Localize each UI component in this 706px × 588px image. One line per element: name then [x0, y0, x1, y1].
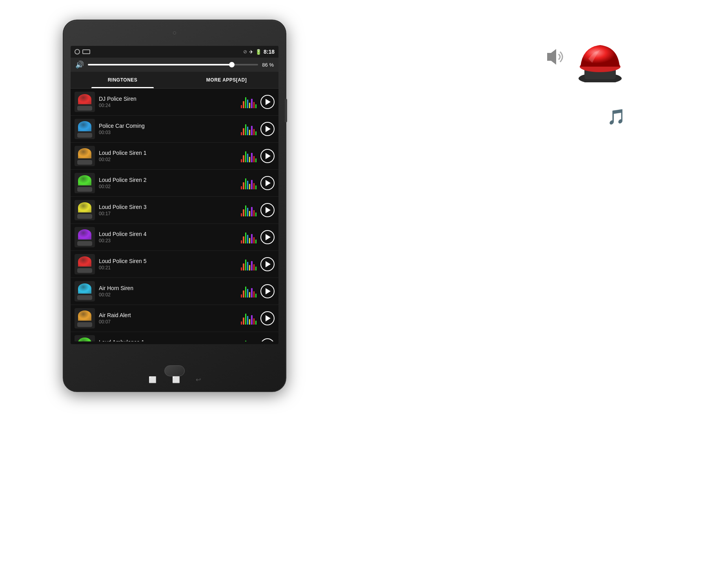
wave-bar [241, 240, 242, 243]
siren-stand [77, 295, 92, 300]
song-item[interactable]: Loud Police Siren 3 00:17 [71, 197, 278, 224]
play-button[interactable] [260, 95, 275, 109]
song-duration: 00:21 [99, 265, 237, 270]
wave-bar [249, 184, 250, 189]
wave-bar [245, 232, 246, 243]
song-name: Loud Police Siren 1 [99, 150, 237, 156]
siren-stand [77, 133, 92, 138]
play-button[interactable] [260, 284, 275, 298]
wave-bar [245, 97, 246, 108]
wave-bar [251, 180, 252, 189]
song-duration: 00:17 [99, 211, 237, 216]
song-item[interactable]: Loud Ambulance 1 00:05 [71, 332, 278, 341]
song-item[interactable]: Loud Police Siren 5 00:21 [71, 251, 278, 278]
play-button[interactable] [260, 311, 275, 325]
app-icon [82, 49, 90, 54]
song-duration: 00:07 [99, 319, 237, 325]
siren-thumb [75, 227, 95, 247]
volume-percentage: 86 % [262, 62, 274, 68]
wave-bar [245, 314, 246, 325]
volume-icon: 🔊 [75, 60, 84, 69]
siren-dome [78, 283, 91, 294]
tab-ringtones[interactable]: RINGTONES [71, 72, 175, 88]
tab-more-apps[interactable]: MORE APPS[AD] [175, 72, 278, 88]
wave-bar [241, 267, 242, 270]
wave-bar [253, 291, 255, 298]
wave-bar [249, 238, 250, 243]
music-note-icon: 🎵 [607, 108, 626, 125]
tablet-screen: ⊘ ✈ 🔋 8:18 🔊 86 % RINGTONES MORE APPS[AD… [71, 46, 278, 344]
wave-bar [249, 211, 250, 216]
siren-dome [78, 229, 91, 240]
play-button[interactable] [260, 230, 275, 244]
wave-bar [249, 292, 250, 298]
wave-bar [247, 181, 248, 189]
song-item[interactable]: Loud Police Siren 2 00:02 [71, 170, 278, 197]
song-item[interactable]: Police Car Coming 00:03 [71, 116, 278, 143]
waveform [241, 150, 257, 162]
wave-bar [255, 321, 257, 325]
airplane-icon: ✈ [249, 49, 253, 55]
play-icon [266, 126, 271, 132]
wave-bar [255, 267, 257, 270]
wave-bar [247, 127, 248, 135]
volume-bar[interactable]: 🔊 86 % [71, 58, 278, 72]
play-button[interactable] [260, 338, 275, 341]
play-icon [266, 234, 271, 240]
tabs-row: RINGTONES MORE APPS[AD] [71, 72, 278, 89]
waveform [241, 123, 257, 135]
song-item[interactable]: DJ Police Siren 00:24 [71, 89, 278, 116]
song-item[interactable]: Air Raid Alert 00:07 [71, 305, 278, 332]
play-button[interactable] [260, 203, 275, 217]
waveform [241, 231, 257, 243]
wave-bar [243, 236, 244, 243]
siren-dome [78, 338, 91, 341]
siren-stand [77, 187, 92, 192]
siren-illustration: 🎵 [541, 39, 628, 133]
play-button[interactable] [260, 257, 275, 271]
wave-bar [249, 265, 250, 270]
play-button[interactable] [260, 176, 275, 190]
siren-stand [77, 241, 92, 246]
wave-bar [243, 318, 244, 325]
wave-bar [249, 319, 250, 325]
song-name: Loud Police Siren 3 [99, 204, 237, 210]
physical-home-btn[interactable] [164, 365, 185, 376]
waveform [241, 204, 257, 216]
song-info: Air Raid Alert 00:07 [99, 312, 237, 325]
play-button[interactable] [260, 122, 275, 136]
siren-thumb [75, 146, 95, 166]
wave-bar [243, 101, 244, 108]
wave-bar [247, 154, 248, 162]
song-item[interactable]: Loud Police Siren 1 00:02 [71, 143, 278, 170]
nav-bar: ◀ ● ■ [71, 341, 278, 344]
song-duration: 00:03 [99, 130, 237, 135]
wave-bar [253, 183, 255, 189]
volume-track[interactable] [88, 64, 258, 65]
status-time: 8:18 [264, 49, 275, 55]
song-name: Air Raid Alert [99, 312, 237, 318]
song-duration: 00:02 [99, 184, 237, 189]
wave-bar [253, 210, 255, 216]
wave-bar [251, 207, 252, 216]
song-list: DJ Police Siren 00:24 Police Car Coming … [71, 89, 278, 341]
status-right-area: ⊘ ✈ 🔋 8:18 [243, 49, 275, 55]
wave-bar [243, 263, 244, 270]
wave-bar [251, 261, 252, 270]
tablet-bottom-buttons: ⬜ ⬜ ↩ [149, 376, 201, 383]
play-icon [266, 315, 271, 321]
wave-bar [251, 288, 252, 298]
play-icon [266, 288, 271, 294]
wave-bar [253, 156, 255, 162]
siren-dome [78, 175, 91, 185]
play-button[interactable] [260, 149, 275, 163]
song-item[interactable]: Air Horn Siren 00:02 [71, 278, 278, 305]
volume-thumb[interactable] [229, 62, 235, 67]
song-item[interactable]: Loud Police Siren 4 00:23 [71, 224, 278, 251]
physical-recents-icon: ↩ [196, 376, 201, 383]
wave-bar [245, 341, 246, 341]
song-info: DJ Police Siren 00:24 [99, 96, 237, 108]
song-duration: 00:24 [99, 103, 237, 108]
wave-bar [241, 294, 242, 298]
siren-dome [78, 202, 91, 212]
